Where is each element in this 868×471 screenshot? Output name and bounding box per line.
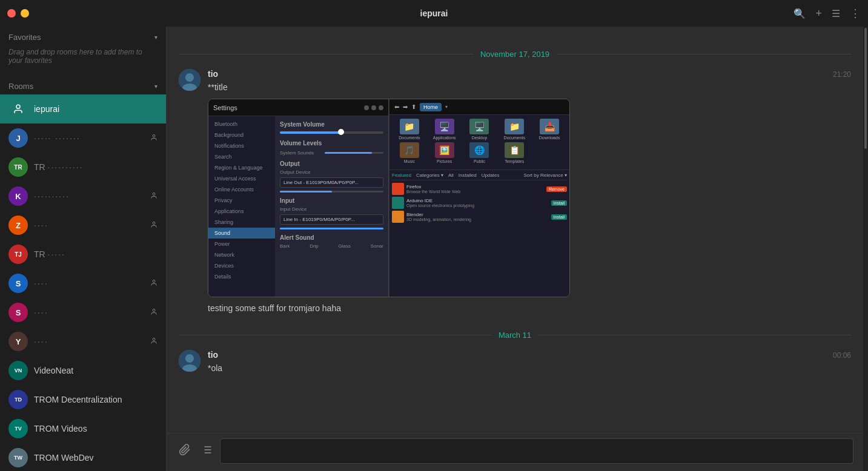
dm-icon: [150, 221, 157, 230]
sidebar-item-iepurai[interactable]: iepurai: [0, 94, 166, 124]
sidebar-item-room8[interactable]: S ····: [0, 298, 166, 327]
room-name: ····: [34, 337, 144, 346]
room-info: ····: [34, 308, 144, 317]
favorites-chevron: ▾: [154, 34, 157, 41]
dm-icon: [150, 192, 157, 201]
msg-sender: tio: [208, 69, 218, 79]
room-name: TROM WebDev: [34, 453, 157, 463]
room-info: TROM WebDev: [34, 453, 157, 463]
avatar: Y: [8, 332, 28, 351]
chat-area: November 17, 2019 tio 21:20 **titl: [167, 27, 863, 471]
more-options-icon[interactable]: ⋮: [850, 7, 861, 20]
sidebar-item-room4[interactable]: K ··········: [0, 182, 166, 211]
avatar: TV: [8, 419, 28, 438]
main-layout: Favorites ▾ Drag and drop rooms here to …: [0, 27, 868, 471]
dm-icon: [150, 337, 157, 346]
room-info: ····: [34, 337, 144, 346]
room-name: ····: [34, 278, 144, 288]
avatar: TR: [8, 157, 28, 177]
avatar: TJ: [8, 245, 28, 264]
svg-point-6: [153, 338, 155, 340]
dm-icon: [150, 134, 157, 143]
msg-content: tio 00:06 *ola: [208, 350, 851, 375]
minimize-button[interactable]: [21, 9, 29, 18]
rooms-section[interactable]: Rooms ▾: [0, 76, 166, 94]
room-name: TROM Decentralization: [34, 395, 157, 404]
svg-point-11: [185, 354, 194, 363]
room-name: iepurai: [34, 104, 157, 114]
sidebar-item-room5[interactable]: Z ····: [0, 211, 166, 240]
room-info: VideoNeat: [34, 366, 157, 375]
message-image: Settings: [208, 99, 570, 297]
room-name: ··········: [34, 191, 144, 201]
avatar: Z: [8, 216, 28, 235]
top-bar-actions: 🔍 + ☰ ⋮: [793, 7, 861, 20]
dm-icon: [150, 279, 157, 288]
message-row: tio 00:06 *ola: [179, 350, 851, 375]
sidebar-item-room6[interactable]: TJ TR ·····: [0, 240, 166, 269]
sidebar-item-room9[interactable]: Y ····: [0, 327, 166, 356]
avatar: K: [8, 186, 28, 206]
dm-icon: [150, 308, 157, 317]
msg-time: 00:06: [833, 351, 851, 360]
room-name: TR ·····: [34, 249, 157, 259]
sidebar-item-room3[interactable]: TR TR ··········: [0, 153, 166, 182]
svg-point-0: [16, 105, 20, 108]
room-info: ····: [34, 220, 144, 230]
favorites-section[interactable]: Favorites ▾: [0, 27, 166, 45]
room-info: ····· ·······: [34, 133, 144, 143]
top-bar-center: iepurai: [420, 8, 448, 18]
avatar: S: [8, 303, 28, 322]
svg-point-2: [153, 193, 155, 195]
rooms-label: Rooms: [8, 82, 33, 91]
date-label-march: March 11: [491, 331, 538, 340]
room-name: TR ··········: [34, 162, 157, 172]
sidebar-item-room2[interactable]: J ····· ·······: [0, 124, 166, 153]
menu-icon[interactable]: ☰: [832, 8, 840, 19]
favorites-hint: Drag and drop rooms here to add them to …: [0, 45, 166, 71]
svg-point-3: [153, 222, 155, 224]
date-label-november: November 17, 2019: [473, 50, 557, 59]
chat-title: iepurai: [420, 8, 448, 18]
msg-header: tio 21:20: [208, 69, 851, 79]
search-icon[interactable]: 🔍: [793, 8, 806, 19]
room-info: iepurai: [34, 104, 157, 114]
room-info: TR ··········: [34, 162, 157, 172]
msg-text: **title: [208, 81, 851, 94]
date-divider-march: March 11: [179, 329, 851, 340]
sidebar-item-room7[interactable]: S ····: [0, 269, 166, 298]
format-button[interactable]: [198, 441, 215, 461]
svg-point-5: [153, 309, 155, 311]
avatar: TW: [8, 448, 28, 467]
msg-header: tio 00:06: [208, 350, 851, 360]
svg-point-8: [185, 73, 194, 82]
svg-point-4: [153, 280, 155, 282]
attach-button[interactable]: [176, 441, 193, 461]
room-name: ····: [34, 220, 144, 230]
room-name: TROM Videos: [34, 424, 157, 433]
room-info: ··········: [34, 191, 144, 201]
messages-container: November 17, 2019 tio 21:20 **titl: [167, 27, 863, 433]
sidebar-item-trom-videos[interactable]: TV TROM Videos: [0, 414, 166, 443]
avatar: J: [8, 128, 28, 148]
room-name: ····· ·······: [34, 133, 144, 143]
sidebar-item-videoneat[interactable]: VN VideoNeat: [0, 356, 166, 385]
room-name: VideoNeat: [34, 366, 157, 375]
avatar: [179, 350, 200, 372]
avatar: TD: [8, 390, 28, 409]
sidebar-item-trom-decentralization[interactable]: TD TROM Decentralization: [0, 385, 166, 414]
chat-input-bar: [167, 433, 863, 471]
avatar: [179, 69, 200, 91]
rooms-chevron: ▾: [154, 83, 157, 90]
room-info: ····: [34, 278, 144, 288]
message-input[interactable]: [220, 438, 853, 464]
compose-icon[interactable]: +: [815, 7, 822, 20]
sidebar-item-trom-webdev[interactable]: TW TROM WebDev: [0, 443, 166, 471]
room-name: ····: [34, 308, 144, 317]
scrollbar[interactable]: [863, 27, 868, 471]
sidebar: Favorites ▾ Drag and drop rooms here to …: [0, 27, 167, 471]
avatar: [8, 99, 28, 119]
msg-time: 21:20: [833, 70, 851, 79]
close-button[interactable]: [7, 9, 16, 18]
msg-sender: tio: [208, 350, 218, 360]
